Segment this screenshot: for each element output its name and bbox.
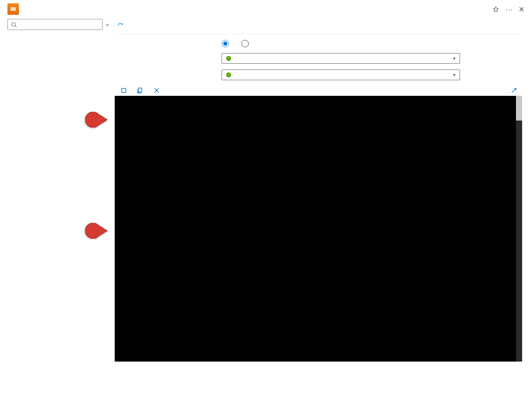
svg-rect-7 [139,88,142,92]
svg-point-2 [13,9,14,9]
scrollbar[interactable] [516,96,522,362]
clear-icon [153,88,160,93]
container-select[interactable]: ▾ [222,70,460,80]
radio-console[interactable] [222,40,231,47]
callout-1 [85,223,107,239]
svg-line-5 [15,26,17,27]
refresh-icon [117,22,124,29]
status-ok-icon [226,56,231,61]
log-console[interactable] [115,96,522,362]
close-icon[interactable]: ✕ [518,5,525,14]
favorite-star-icon[interactable] [492,6,500,13]
container-app-icon [7,3,19,15]
replica-select[interactable]: ▾ [222,53,460,64]
maximize-button[interactable] [511,88,520,93]
search-input[interactable] [19,21,99,28]
sidebar-search[interactable] [7,19,103,30]
clear-button[interactable] [153,88,162,93]
copy-button[interactable] [137,88,146,93]
stop-icon [120,88,127,93]
stop-button[interactable] [120,88,130,93]
sidebar: « [0,16,113,367]
maximize-icon [511,88,517,93]
main-content: ▾ ▾ [113,16,532,367]
copy-icon [137,88,143,93]
svg-point-4 [12,22,16,26]
callout-3 [85,112,107,128]
scrollbar-thumb[interactable] [516,96,522,121]
status-ok-icon [226,72,231,77]
svg-point-3 [14,9,15,9]
chevron-down-icon: ▾ [453,56,456,61]
chevron-down-icon: ▾ [453,72,456,78]
svg-rect-6 [122,88,126,93]
refresh-button[interactable] [117,22,127,29]
radio-system[interactable] [241,40,251,47]
svg-point-1 [12,9,12,9]
more-icon[interactable]: ⋯ [505,5,513,14]
collapse-sidebar-icon[interactable]: « [106,21,109,28]
